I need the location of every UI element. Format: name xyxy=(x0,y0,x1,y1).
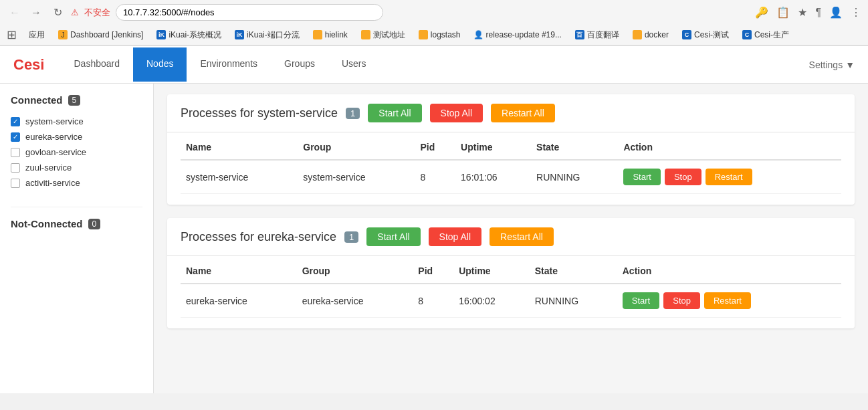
cell-group: system-service xyxy=(298,160,415,194)
table-system-service: Name Group Pid Uptime State Action syste… xyxy=(181,135,841,194)
tab-dashboard[interactable]: Dashboard xyxy=(60,47,133,82)
restart-eureka-service-button[interactable]: Restart xyxy=(704,292,751,309)
sidebar-item-zuul-service[interactable]: zuul-service xyxy=(11,160,142,175)
table-eureka-service: Name Group Pid Uptime State Action eurek… xyxy=(181,259,841,318)
checkbox-activiti-service[interactable] xyxy=(11,179,20,188)
connected-title: Connected 5 xyxy=(11,94,142,106)
bookmark-label: release-update #19... xyxy=(486,30,562,39)
not-connected-label: Not-Connected xyxy=(11,218,83,229)
bookmark-ikuai2[interactable]: iK iKuai-端口分流 xyxy=(231,28,304,42)
bookmarks-apps-label[interactable]: 应用 xyxy=(25,28,49,42)
checkbox-govloan-service[interactable] xyxy=(11,148,20,157)
bookmark-favicon-testurl xyxy=(361,30,370,39)
start-all-system-service-button[interactable]: Start All xyxy=(368,104,421,122)
stop-system-service-button[interactable]: Stop xyxy=(665,169,701,185)
stop-eureka-service-button[interactable]: Stop xyxy=(663,292,700,309)
tab-icon[interactable]: 📋 xyxy=(776,6,790,19)
start-all-eureka-service-button[interactable]: Start All xyxy=(366,227,420,246)
stop-all-eureka-service-button[interactable]: Stop All xyxy=(429,227,481,246)
connected-section: Connected 5 system-service eureka-servic… xyxy=(11,94,142,191)
bookmark-star-icon[interactable]: ★ xyxy=(798,6,807,19)
bookmark-logstash[interactable]: logstash xyxy=(415,29,465,41)
col-uptime: Uptime xyxy=(453,259,530,284)
refresh-button[interactable]: ↻ xyxy=(49,5,66,21)
cell-action: Start Stop Restart xyxy=(618,160,841,194)
unsafe-label: 不安全 xyxy=(84,7,110,19)
bookmark-label: Dashboard [Jenkins] xyxy=(70,30,143,39)
sidebar-label-eureka-service: eureka-service xyxy=(25,132,82,142)
sidebar-item-govloan-service[interactable]: govloan-service xyxy=(11,144,142,160)
bookmark-favicon-docker xyxy=(633,30,642,39)
app-logo: Cesi xyxy=(13,56,44,74)
sidebar: Connected 5 system-service eureka-servic… xyxy=(0,84,154,393)
forward-button[interactable]: → xyxy=(28,5,44,21)
back-button[interactable]: ← xyxy=(7,5,23,21)
panel-eureka-service-title: Processes for eureka-service xyxy=(181,230,336,244)
panel-eureka-service-count: 1 xyxy=(344,231,358,243)
bookmark-label: logstash xyxy=(431,30,461,39)
bookmark-hielink[interactable]: hielink xyxy=(309,29,352,41)
bookmark-cesi-test[interactable]: C Cesi-测试 xyxy=(678,28,733,42)
checkbox-eureka-service[interactable] xyxy=(11,132,20,142)
checkbox-zuul-service[interactable] xyxy=(11,163,20,173)
restart-all-system-service-button[interactable]: Restart All xyxy=(491,104,555,122)
sidebar-label-zuul-service: zuul-service xyxy=(25,163,72,173)
header-right: Settings ▼ xyxy=(809,60,855,70)
checkbox-system-service[interactable] xyxy=(11,117,20,126)
col-uptime: Uptime xyxy=(455,135,531,160)
main-layout: Connected 5 system-service eureka-servic… xyxy=(0,84,868,393)
tab-environments[interactable]: Environments xyxy=(187,47,271,82)
paragraph-icon[interactable]: ¶ xyxy=(815,7,821,19)
nav-tabs: Dashboard Nodes Environments Groups User… xyxy=(60,47,379,82)
cell-pid: 8 xyxy=(413,284,453,318)
panel-eureka-service: Processes for eureka-service 1 Start All… xyxy=(167,218,855,328)
col-name: Name xyxy=(181,259,297,284)
bookmark-favicon-cesi-test: C xyxy=(682,30,691,39)
bookmark-cesi-prod[interactable]: C Cesi-生产 xyxy=(738,28,793,42)
panel-system-service-title: Processes for system-service xyxy=(181,106,338,120)
sidebar-item-eureka-service[interactable]: eureka-service xyxy=(11,129,142,144)
sidebar-item-system-service[interactable]: system-service xyxy=(11,114,142,129)
browser-icons: 🔑 📋 ★ ¶ 👤 ⋮ xyxy=(755,6,861,19)
bookmark-favicon-jenkins: J xyxy=(58,30,68,39)
table-row: system-service system-service 8 16:01:06… xyxy=(181,160,841,194)
col-pid: Pid xyxy=(413,259,453,284)
tab-users[interactable]: Users xyxy=(328,47,380,82)
start-eureka-service-button[interactable]: Start xyxy=(623,292,659,309)
tab-nodes[interactable]: Nodes xyxy=(133,47,187,82)
warning-icon: ⚠ xyxy=(71,7,79,17)
bookmark-label: iKuai-端口分流 xyxy=(247,29,300,41)
bookmark-label: iKuai-系统概况 xyxy=(169,29,221,41)
cell-pid: 8 xyxy=(415,160,456,194)
actions-cell-eureka: Start Stop Restart xyxy=(623,292,836,309)
bookmark-testurl[interactable]: 测试地址 xyxy=(357,28,409,42)
restart-all-eureka-service-button[interactable]: Restart All xyxy=(490,227,554,246)
key-icon[interactable]: 🔑 xyxy=(755,6,768,19)
table-header-row: Name Group Pid Uptime State Action xyxy=(181,135,841,160)
settings-button[interactable]: Settings ▼ xyxy=(809,60,855,70)
app-header: Cesi Dashboard Nodes Environments Groups… xyxy=(0,46,868,84)
stop-all-system-service-button[interactable]: Stop All xyxy=(430,104,483,122)
sidebar-label-activiti-service: activiti-service xyxy=(25,178,80,188)
start-system-service-button[interactable]: Start xyxy=(623,169,660,185)
bookmark-label: 测试地址 xyxy=(373,29,405,41)
account-icon[interactable]: 👤 xyxy=(829,6,843,19)
col-action: Action xyxy=(618,135,841,160)
bookmark-ikuai1[interactable]: iK iKuai-系统概况 xyxy=(152,28,225,42)
bookmark-jenkins[interactable]: J Dashboard [Jenkins] xyxy=(54,29,147,41)
sidebar-label-govloan-service: govloan-service xyxy=(25,147,86,157)
panel-system-service-count: 1 xyxy=(346,108,360,119)
bookmark-favicon-logstash xyxy=(419,30,428,39)
menu-icon[interactable]: ⋮ xyxy=(851,6,861,19)
sidebar-item-activiti-service[interactable]: activiti-service xyxy=(11,175,142,191)
cell-group: eureka-service xyxy=(297,284,413,318)
address-input[interactable] xyxy=(116,4,383,21)
bookmark-docker[interactable]: docker xyxy=(629,29,673,41)
restart-system-service-button[interactable]: Restart xyxy=(706,169,752,185)
panel-system-service-header: Processes for system-service 1 Start All… xyxy=(167,94,855,132)
bookmark-baidu[interactable]: 百 百度翻译 xyxy=(571,28,623,42)
connected-count: 5 xyxy=(68,95,81,106)
tab-groups[interactable]: Groups xyxy=(271,47,328,82)
apps-icon[interactable]: ⊞ xyxy=(7,27,17,42)
bookmark-release[interactable]: 👤 release-update #19... xyxy=(470,29,566,41)
